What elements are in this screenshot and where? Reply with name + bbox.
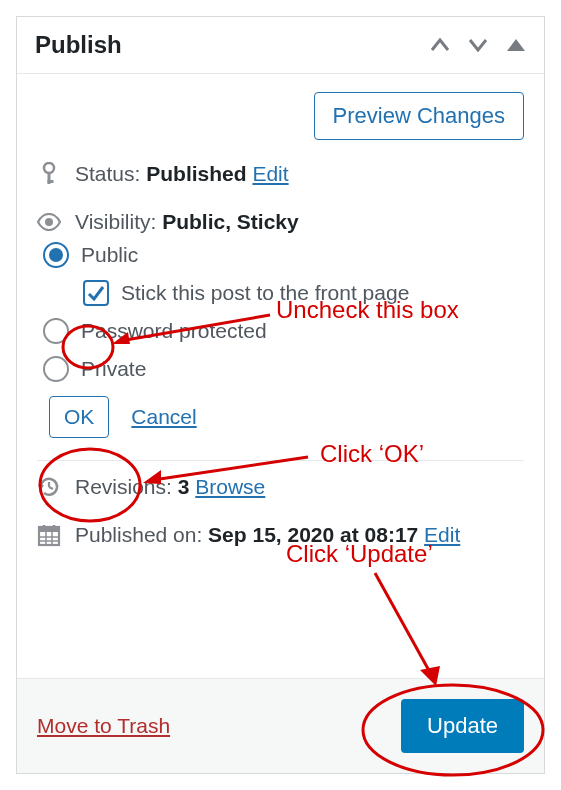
- radio-private[interactable]: Private: [43, 356, 524, 382]
- metabox-footer: Move to Trash Update: [17, 678, 544, 773]
- svg-rect-3: [48, 180, 54, 183]
- visibility-ok-button[interactable]: OK: [49, 396, 109, 438]
- publish-metabox: Publish Preview Changes: [16, 16, 545, 774]
- preview-changes-button[interactable]: Preview Changes: [314, 92, 524, 140]
- published-on-text: Published on: Sep 15, 2020 at 08:17 Edit: [75, 523, 460, 547]
- radio-private-input[interactable]: [43, 356, 69, 382]
- status-value: Published: [146, 162, 246, 185]
- section-divider: [37, 460, 524, 461]
- sticky-checkbox[interactable]: [83, 280, 109, 306]
- radio-private-label: Private: [81, 357, 146, 381]
- key-icon: [37, 162, 61, 186]
- move-to-trash-link[interactable]: Move to Trash: [37, 714, 170, 738]
- eye-icon: [37, 213, 61, 231]
- revisions-icon: [37, 475, 61, 499]
- header-controls: [430, 38, 526, 52]
- calendar-icon: [37, 523, 61, 547]
- published-on-row: Published on: Sep 15, 2020 at 08:17 Edit: [37, 523, 524, 547]
- edit-date-link[interactable]: Edit: [424, 523, 460, 546]
- published-on-value: Sep 15, 2020 at 08:17: [208, 523, 418, 546]
- status-label: Status:: [75, 162, 140, 185]
- published-on-label: Published on:: [75, 523, 202, 546]
- radio-public-label: Public: [81, 243, 138, 267]
- revisions-count: 3: [178, 475, 190, 498]
- radio-password[interactable]: Password protected: [43, 318, 524, 344]
- radio-password-label: Password protected: [81, 319, 267, 343]
- collapse-icon[interactable]: [506, 38, 526, 52]
- move-up-icon[interactable]: [430, 38, 450, 52]
- svg-marker-0: [507, 39, 525, 51]
- svg-line-7: [49, 487, 53, 489]
- edit-status-link[interactable]: Edit: [252, 162, 288, 185]
- visibility-text: Visibility: Public, Sticky: [75, 210, 299, 234]
- visibility-value: Public, Sticky: [162, 210, 299, 233]
- radio-public-input[interactable]: [43, 242, 69, 268]
- metabox-header: Publish: [17, 17, 544, 74]
- update-button[interactable]: Update: [401, 699, 524, 753]
- visibility-row: Visibility: Public, Sticky: [37, 210, 524, 234]
- sticky-label: Stick this post to the front page: [121, 281, 409, 305]
- revisions-text: Revisions: 3 Browse: [75, 475, 265, 499]
- status-row: Status: Published Edit: [37, 162, 524, 186]
- browse-revisions-link[interactable]: Browse: [195, 475, 265, 498]
- metabox-body: Preview Changes Status: Published Edit: [17, 74, 544, 678]
- svg-marker-5: [38, 485, 44, 490]
- visibility-cancel-link[interactable]: Cancel: [131, 405, 196, 429]
- sticky-row[interactable]: Stick this post to the front page: [83, 280, 524, 306]
- metabox-title: Publish: [35, 31, 122, 59]
- visibility-actions: OK Cancel: [49, 396, 524, 438]
- revisions-label: Revisions:: [75, 475, 172, 498]
- revisions-row: Revisions: 3 Browse: [37, 475, 524, 499]
- radio-public[interactable]: Public: [43, 242, 524, 268]
- visibility-options: Public Stick this post to the front page…: [37, 242, 524, 438]
- svg-rect-9: [39, 527, 59, 532]
- outer-frame: Publish Preview Changes: [0, 0, 561, 790]
- radio-password-input[interactable]: [43, 318, 69, 344]
- visibility-label: Visibility:: [75, 210, 156, 233]
- svg-point-4: [45, 218, 53, 226]
- svg-point-1: [44, 163, 54, 173]
- status-text: Status: Published Edit: [75, 162, 289, 186]
- move-down-icon[interactable]: [468, 38, 488, 52]
